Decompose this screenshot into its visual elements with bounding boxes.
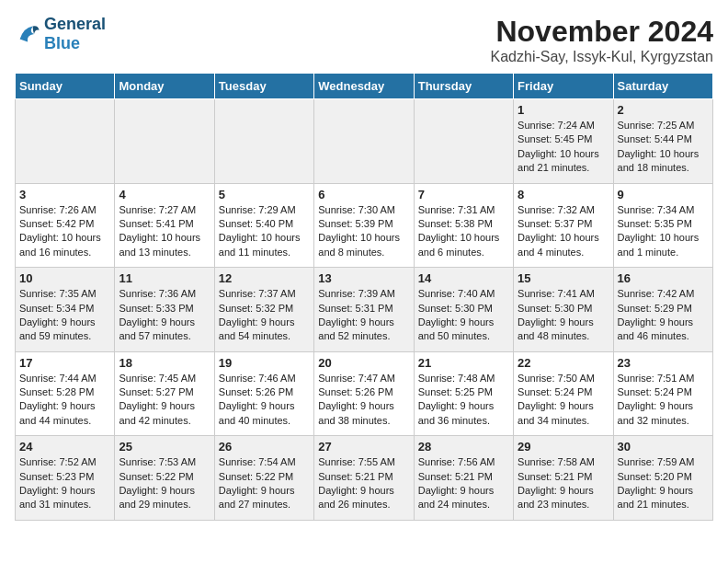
day-number: 22 <box>518 356 609 370</box>
day-number: 10 <box>19 271 110 285</box>
day-info: Sunrise: 7:55 AM Sunset: 5:21 PM Dayligh… <box>318 455 409 512</box>
calendar-cell: 7Sunrise: 7:31 AM Sunset: 5:38 PM Daylig… <box>414 183 513 268</box>
calendar-week-row: 10Sunrise: 7:35 AM Sunset: 5:34 PM Dayli… <box>16 268 713 352</box>
day-info: Sunrise: 7:36 AM Sunset: 5:33 PM Dayligh… <box>119 287 210 344</box>
header-sunday: Sunday <box>16 74 115 99</box>
calendar-header-row: SundayMondayTuesdayWednesdayThursdayFrid… <box>16 74 713 99</box>
day-info: Sunrise: 7:52 AM Sunset: 5:23 PM Dayligh… <box>19 455 110 512</box>
calendar-cell: 20Sunrise: 7:47 AM Sunset: 5:26 PM Dayli… <box>314 351 414 436</box>
day-info: Sunrise: 7:56 AM Sunset: 5:21 PM Dayligh… <box>418 455 509 512</box>
calendar-cell: 30Sunrise: 7:59 AM Sunset: 5:20 PM Dayli… <box>613 436 712 521</box>
day-info: Sunrise: 7:41 AM Sunset: 5:30 PM Dayligh… <box>518 287 609 344</box>
calendar-week-row: 17Sunrise: 7:44 AM Sunset: 5:28 PM Dayli… <box>16 351 713 436</box>
calendar-cell: 11Sunrise: 7:36 AM Sunset: 5:33 PM Dayli… <box>115 268 214 352</box>
calendar-cell: 12Sunrise: 7:37 AM Sunset: 5:32 PM Dayli… <box>214 268 313 352</box>
day-number: 29 <box>518 440 609 454</box>
calendar-cell: 6Sunrise: 7:30 AM Sunset: 5:39 PM Daylig… <box>314 183 414 268</box>
calendar-cell: 17Sunrise: 7:44 AM Sunset: 5:28 PM Dayli… <box>16 351 115 436</box>
day-info: Sunrise: 7:46 AM Sunset: 5:26 PM Dayligh… <box>219 372 310 429</box>
day-info: Sunrise: 7:50 AM Sunset: 5:24 PM Dayligh… <box>518 372 609 429</box>
day-number: 21 <box>418 356 509 370</box>
day-number: 24 <box>19 440 110 454</box>
calendar-cell: 24Sunrise: 7:52 AM Sunset: 5:23 PM Dayli… <box>16 436 115 521</box>
day-info: Sunrise: 7:31 AM Sunset: 5:38 PM Dayligh… <box>418 203 509 260</box>
calendar-cell <box>314 99 414 184</box>
day-info: Sunrise: 7:37 AM Sunset: 5:32 PM Dayligh… <box>219 287 310 344</box>
header-tuesday: Tuesday <box>214 74 313 99</box>
day-number: 23 <box>618 356 709 370</box>
calendar-cell <box>115 99 214 184</box>
calendar-cell: 29Sunrise: 7:58 AM Sunset: 5:21 PM Dayli… <box>514 436 613 521</box>
day-info: Sunrise: 7:27 AM Sunset: 5:41 PM Dayligh… <box>119 203 210 260</box>
logo: General Blue <box>15 15 106 53</box>
day-info: Sunrise: 7:59 AM Sunset: 5:20 PM Dayligh… <box>618 455 709 512</box>
day-info: Sunrise: 7:51 AM Sunset: 5:24 PM Dayligh… <box>618 372 709 429</box>
day-number: 27 <box>318 440 409 454</box>
day-number: 25 <box>119 440 210 454</box>
day-info: Sunrise: 7:35 AM Sunset: 5:34 PM Dayligh… <box>19 287 110 344</box>
day-info: Sunrise: 7:54 AM Sunset: 5:22 PM Dayligh… <box>219 455 310 512</box>
header-saturday: Saturday <box>613 74 712 99</box>
day-number: 19 <box>219 356 310 370</box>
day-info: Sunrise: 7:29 AM Sunset: 5:40 PM Dayligh… <box>219 203 310 260</box>
calendar-cell: 8Sunrise: 7:32 AM Sunset: 5:37 PM Daylig… <box>514 183 613 268</box>
day-info: Sunrise: 7:40 AM Sunset: 5:30 PM Dayligh… <box>418 287 509 344</box>
calendar-cell: 18Sunrise: 7:45 AM Sunset: 5:27 PM Dayli… <box>115 351 214 436</box>
header-monday: Monday <box>115 74 214 99</box>
logo-general: General <box>44 15 106 33</box>
page-header: General Blue November 2024 Kadzhi-Say, I… <box>15 15 713 65</box>
calendar-cell: 2Sunrise: 7:25 AM Sunset: 5:44 PM Daylig… <box>613 99 712 184</box>
day-number: 2 <box>618 103 709 117</box>
day-number: 14 <box>418 271 509 285</box>
calendar-cell: 5Sunrise: 7:29 AM Sunset: 5:40 PM Daylig… <box>214 183 313 268</box>
day-number: 20 <box>318 356 409 370</box>
day-info: Sunrise: 7:34 AM Sunset: 5:35 PM Dayligh… <box>618 203 709 260</box>
day-info: Sunrise: 7:32 AM Sunset: 5:37 PM Dayligh… <box>518 203 609 260</box>
day-number: 3 <box>19 188 110 201</box>
day-info: Sunrise: 7:25 AM Sunset: 5:44 PM Dayligh… <box>618 119 709 176</box>
day-number: 8 <box>518 188 609 201</box>
logo-text: General Blue <box>44 15 106 53</box>
calendar-table: SundayMondayTuesdayWednesdayThursdayFrid… <box>15 73 713 521</box>
day-info: Sunrise: 7:30 AM Sunset: 5:39 PM Dayligh… <box>318 203 409 260</box>
day-number: 5 <box>219 188 310 201</box>
day-number: 26 <box>219 440 310 454</box>
calendar-cell: 27Sunrise: 7:55 AM Sunset: 5:21 PM Dayli… <box>314 436 414 521</box>
calendar-cell: 9Sunrise: 7:34 AM Sunset: 5:35 PM Daylig… <box>613 183 712 268</box>
day-number: 9 <box>618 188 709 201</box>
calendar-cell: 16Sunrise: 7:42 AM Sunset: 5:29 PM Dayli… <box>613 268 712 352</box>
calendar-week-row: 1Sunrise: 7:24 AM Sunset: 5:45 PM Daylig… <box>16 99 713 184</box>
calendar-cell: 25Sunrise: 7:53 AM Sunset: 5:22 PM Dayli… <box>115 436 214 521</box>
day-number: 28 <box>418 440 509 454</box>
calendar-cell <box>414 99 513 184</box>
calendar-cell <box>16 99 115 184</box>
calendar-cell: 23Sunrise: 7:51 AM Sunset: 5:24 PM Dayli… <box>613 351 712 436</box>
day-info: Sunrise: 7:48 AM Sunset: 5:25 PM Dayligh… <box>418 372 509 429</box>
day-info: Sunrise: 7:58 AM Sunset: 5:21 PM Dayligh… <box>518 455 609 512</box>
calendar-cell: 3Sunrise: 7:26 AM Sunset: 5:42 PM Daylig… <box>16 183 115 268</box>
day-info: Sunrise: 7:53 AM Sunset: 5:22 PM Dayligh… <box>119 455 210 512</box>
day-info: Sunrise: 7:45 AM Sunset: 5:27 PM Dayligh… <box>119 372 210 429</box>
calendar-cell <box>214 99 313 184</box>
calendar-week-row: 24Sunrise: 7:52 AM Sunset: 5:23 PM Dayli… <box>16 436 713 521</box>
day-info: Sunrise: 7:24 AM Sunset: 5:45 PM Dayligh… <box>518 119 609 176</box>
day-number: 7 <box>418 188 509 201</box>
day-number: 13 <box>318 271 409 285</box>
day-number: 1 <box>518 103 609 117</box>
calendar-cell: 14Sunrise: 7:40 AM Sunset: 5:30 PM Dayli… <box>414 268 513 352</box>
calendar-cell: 28Sunrise: 7:56 AM Sunset: 5:21 PM Dayli… <box>414 436 513 521</box>
title-block: November 2024 Kadzhi-Say, Issyk-Kul, Kyr… <box>491 15 713 65</box>
day-info: Sunrise: 7:26 AM Sunset: 5:42 PM Dayligh… <box>19 203 110 260</box>
day-number: 4 <box>119 188 210 201</box>
calendar-cell: 15Sunrise: 7:41 AM Sunset: 5:30 PM Dayli… <box>514 268 613 352</box>
main-title: November 2024 <box>491 15 713 49</box>
day-info: Sunrise: 7:42 AM Sunset: 5:29 PM Dayligh… <box>618 287 709 344</box>
calendar-cell: 21Sunrise: 7:48 AM Sunset: 5:25 PM Dayli… <box>414 351 513 436</box>
calendar-week-row: 3Sunrise: 7:26 AM Sunset: 5:42 PM Daylig… <box>16 183 713 268</box>
subtitle: Kadzhi-Say, Issyk-Kul, Kyrgyzstan <box>491 49 713 65</box>
calendar-cell: 10Sunrise: 7:35 AM Sunset: 5:34 PM Dayli… <box>16 268 115 352</box>
calendar-cell: 19Sunrise: 7:46 AM Sunset: 5:26 PM Dayli… <box>214 351 313 436</box>
calendar-cell: 13Sunrise: 7:39 AM Sunset: 5:31 PM Dayli… <box>314 268 414 352</box>
day-number: 12 <box>219 271 310 285</box>
calendar-cell: 22Sunrise: 7:50 AM Sunset: 5:24 PM Dayli… <box>514 351 613 436</box>
